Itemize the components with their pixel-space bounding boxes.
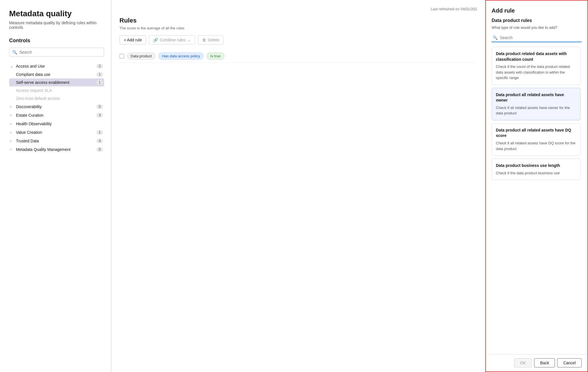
controls-heading: Controls xyxy=(9,38,104,44)
chevron-right-icon: › xyxy=(10,122,14,126)
main-content: Last refreshed on 04/01/202 Rules The sc… xyxy=(111,0,485,372)
combine-icon: 🔗 xyxy=(153,38,158,42)
row-checkbox[interactable] xyxy=(119,54,124,58)
rule-card-1[interactable]: Data product all related assets have own… xyxy=(492,88,581,120)
dialog-question: What type of rule would you like to add? xyxy=(492,25,582,30)
sidebar-subitem-self-serve[interactable]: Self-serve access enablement 1 xyxy=(9,78,104,86)
delete-button[interactable]: 🗑 Delete xyxy=(198,35,224,45)
sidebar-item-metadata-quality-mgmt[interactable]: › Metadata Quality Management 5 xyxy=(9,145,104,154)
rule-card-desc: Check if the data product business use xyxy=(496,170,576,176)
sidebar-subitem-label: Zero-trust default access xyxy=(16,96,103,101)
entity-tag: Data product xyxy=(127,52,155,60)
sidebar-subitem-badge: 1 xyxy=(96,72,103,77)
sidebar-item-badge: 1 xyxy=(96,130,103,135)
dialog-subtitle: Data product rules xyxy=(492,18,582,23)
condition-tag: Has data access policy xyxy=(158,52,204,60)
value-tag: Is true xyxy=(206,52,224,60)
delete-label: Delete xyxy=(208,38,219,42)
rules-subtext: The score is the average of all the rule… xyxy=(119,26,477,30)
chevron-down-icon: ⌄ xyxy=(10,64,14,68)
ok-button[interactable]: OK xyxy=(514,358,532,367)
sidebar-item-label: Metadata Quality Management xyxy=(16,147,94,152)
rule-card-0[interactable]: Data product related data assets with cl… xyxy=(492,47,581,85)
dialog-footer: OK Back Cancel xyxy=(486,354,587,371)
sidebar-item-health-observability[interactable]: › Health Observability xyxy=(9,120,104,128)
sidebar-item-label: Health Observability xyxy=(16,122,103,126)
last-refreshed-label: Last refreshed on 04/01/202 xyxy=(119,7,477,11)
chevron-right-icon: › xyxy=(10,113,14,117)
sidebar-item-label: Trusted Data xyxy=(16,139,94,143)
sidebar-subitem-label: Access request SLA xyxy=(16,88,103,93)
controls-search-input[interactable] xyxy=(19,50,101,54)
sidebar-item-badge: 4 xyxy=(96,139,103,143)
sidebar-subitem-access-request[interactable]: Access request SLA xyxy=(9,86,104,94)
dialog-title: Add rule xyxy=(492,7,582,14)
rule-card-title: Data product all related assets have own… xyxy=(496,92,576,103)
sidebar-item-label: Estate Curation xyxy=(16,113,94,118)
back-button[interactable]: Back xyxy=(534,358,555,367)
sidebar-subitem-zero-trust[interactable]: Zero-trust default access xyxy=(9,94,104,102)
sidebar-item-value-creation[interactable]: › Value Creation 1 xyxy=(9,128,104,137)
sidebar-item-label: Access and Use xyxy=(16,64,94,68)
combine-label: Combine rules xyxy=(160,38,185,42)
dialog-search-box[interactable]: 🔍 xyxy=(492,34,582,42)
controls-search-box[interactable]: 🔍 xyxy=(9,48,104,57)
sidebar-subitem-label: Compliant data use xyxy=(16,72,96,77)
rule-card-title: Data product related data assets with cl… xyxy=(496,51,576,62)
chevron-right-icon: › xyxy=(10,147,14,151)
sidebar-item-label: Discoverability xyxy=(16,104,94,109)
rule-card-desc: Check if all related assets have DQ scor… xyxy=(496,140,576,151)
left-panel: Metadata quality Measure metadata qualit… xyxy=(0,0,111,372)
sidebar-item-badge: 3 xyxy=(96,113,103,118)
sidebar-item-trusted-data[interactable]: › Trusted Data 4 xyxy=(9,137,104,145)
page-subtitle: Measure metadata quality by defining rul… xyxy=(9,21,104,30)
table-row: Data product Has data access policy Is t… xyxy=(119,50,477,63)
rule-card-desc: Check if all related assets have owner f… xyxy=(496,105,576,116)
chevron-down-icon: ⌄ xyxy=(187,38,191,42)
search-icon: 🔍 xyxy=(12,50,17,54)
rules-heading: Rules xyxy=(119,17,477,24)
sidebar-item-access-and-use[interactable]: ⌄ Access and Use 2 xyxy=(9,62,104,70)
sidebar-item-badge: 5 xyxy=(96,104,103,109)
sidebar-subitem-compliant-data-use[interactable]: Compliant data use 1 xyxy=(9,70,104,78)
rule-card-title: Data product business use length xyxy=(496,163,576,169)
rules-toolbar: + Add rule 🔗 Combine rules ⌄ 🗑 Delete xyxy=(119,35,477,45)
dialog-search-input[interactable] xyxy=(500,35,581,40)
trash-icon: 🗑 xyxy=(202,38,206,42)
cancel-button[interactable]: Cancel xyxy=(557,358,582,367)
rule-card-desc: Check if the count of the data product r… xyxy=(496,64,576,81)
rule-card-title: Data product all related assets have DQ … xyxy=(496,128,576,139)
sidebar-item-badge: 5 xyxy=(96,147,103,152)
rules-list: Data product related data assets with cl… xyxy=(492,47,582,351)
chevron-right-icon: › xyxy=(10,139,14,143)
chevron-right-icon: › xyxy=(10,130,14,134)
add-rule-dialog: Add rule Data product rules What type of… xyxy=(485,0,588,372)
combine-rules-button[interactable]: 🔗 Combine rules ⌄ xyxy=(149,35,195,45)
page-title: Metadata quality xyxy=(9,9,104,18)
rule-card-3[interactable]: Data product business use length Check i… xyxy=(492,159,581,180)
sidebar-subitem-badge: 1 xyxy=(96,80,103,85)
rule-card-2[interactable]: Data product all related assets have DQ … xyxy=(492,123,581,156)
sidebar-item-discoverability[interactable]: › Discoverability 5 xyxy=(9,102,104,111)
sidebar-subitem-label: Self-serve access enablement xyxy=(16,80,96,85)
add-rule-button[interactable]: + Add rule xyxy=(119,35,146,45)
sidebar-item-label: Value Creation xyxy=(16,130,94,135)
chevron-right-icon: › xyxy=(10,105,14,109)
sidebar-item-badge: 2 xyxy=(96,64,103,68)
search-icon: 🔍 xyxy=(493,35,498,40)
sidebar-item-estate-curation[interactable]: › Estate Curation 3 xyxy=(9,111,104,120)
